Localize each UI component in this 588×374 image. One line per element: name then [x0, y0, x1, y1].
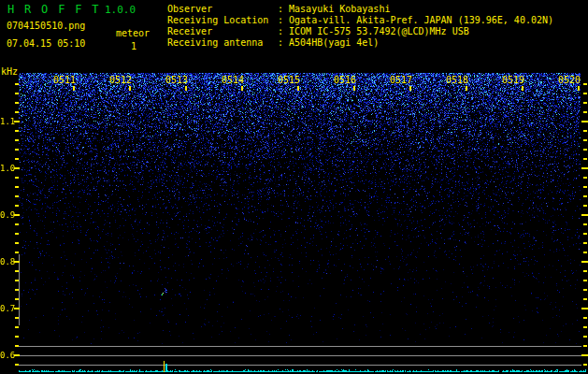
freq-minor-tick: [15, 177, 19, 179]
freq-minor-tick: [15, 289, 19, 291]
freq-minor-tick-right: [583, 233, 587, 235]
freq-minor-tick: [15, 111, 19, 113]
hrofft-output-window: H R O F F T 1.0.0 0704150510.png meteor …: [0, 0, 588, 374]
freq-major-tick-right: [581, 308, 588, 309]
station-value: Ogata-vill. Akita-Pref. JAPAN (139.96E, …: [289, 15, 553, 25]
station-info-row: Observer: Masayuki Kobayashi: [167, 4, 553, 15]
freq-minor-tick-right: [583, 364, 587, 366]
freq-minor-tick: [15, 270, 19, 272]
freq-tick-label: 1.1: [0, 117, 15, 126]
freq-minor-tick-right: [583, 270, 587, 272]
station-label: Receiving Location: [167, 15, 278, 26]
freq-minor-tick-right: [583, 336, 587, 338]
time-tick: [466, 86, 467, 91]
time-tick-label: 0517: [390, 75, 412, 85]
freq-minor-tick-right: [583, 223, 587, 225]
station-info-row: Receiving antenna: A504HB(yagi 4el): [167, 37, 553, 49]
station-info-row: Receiver: ICOM IC-575 53.7492(@LCD)MHz U…: [167, 26, 553, 37]
freq-minor-tick: [15, 223, 19, 225]
freq-minor-tick-right: [583, 242, 587, 244]
time-tick-label: 0518: [446, 75, 468, 85]
freq-minor-tick: [15, 158, 19, 160]
freq-tick-label: 1.0: [0, 164, 15, 173]
station-info-row: Receiving Location: Ogata-vill. Akita-Pr…: [167, 15, 553, 26]
freq-minor-tick-right: [583, 93, 587, 94]
time-tick: [185, 86, 187, 91]
freq-minor-tick-right: [583, 149, 587, 151]
freq-minor-tick-right: [583, 205, 587, 207]
freq-minor-tick: [15, 233, 19, 235]
time-tick: [297, 86, 299, 91]
freq-minor-tick-right: [583, 326, 587, 328]
freq-minor-tick-right: [583, 102, 587, 104]
freq-unit-label: kHz: [1, 66, 18, 77]
time-tick: [578, 86, 580, 91]
station-value: Masayuki Kobayashi: [289, 4, 390, 14]
freq-minor-tick-right: [583, 317, 587, 319]
freq-major-tick-right: [581, 214, 588, 216]
time-tick-label: 0520: [558, 75, 581, 85]
freq-tick-label: 0.7: [0, 304, 15, 313]
freq-minor-tick-right: [583, 195, 587, 197]
time-tick-label: 0511: [53, 75, 76, 85]
freq-minor-tick: [15, 130, 19, 132]
freq-minor-tick-right: [583, 177, 587, 179]
freq-minor-tick-right: [583, 280, 587, 281]
time-tick: [129, 86, 131, 91]
freq-minor-tick-right: [583, 345, 587, 347]
freq-minor-tick: [15, 205, 19, 207]
freq-tick-label: 0.9: [0, 210, 15, 220]
freq-minor-tick: [15, 102, 19, 104]
freq-minor-tick: [15, 317, 19, 319]
freq-minor-tick: [15, 298, 19, 300]
time-tick-label: 0512: [109, 75, 132, 85]
station-label: Observer: [167, 4, 278, 15]
freq-minor-tick: [15, 93, 19, 94]
freq-minor-tick-right: [583, 130, 587, 132]
freq-minor-tick: [15, 364, 19, 366]
station-label: Receiver: [167, 26, 278, 37]
observation-datetime: 07.04.15 05:10: [7, 38, 85, 49]
spectrogram-canvas: [19, 73, 588, 374]
time-tick: [73, 86, 75, 91]
freq-minor-tick-right: [583, 139, 587, 141]
freq-major-tick-right: [581, 167, 588, 169]
freq-major-tick-right: [581, 354, 588, 356]
freq-tick-label: 0.6: [0, 351, 15, 360]
freq-minor-tick: [15, 195, 19, 197]
station-label: Receiving antenna: [167, 37, 278, 49]
freq-minor-tick: [15, 242, 19, 244]
freq-minor-tick-right: [583, 252, 587, 253]
freq-minor-tick: [15, 83, 19, 85]
freq-tick-label: 0.8: [0, 257, 15, 266]
station-value: A504HB(yagi 4el): [289, 37, 379, 48]
freq-minor-tick: [15, 186, 19, 188]
observation-mode-label: meteor: [116, 28, 150, 38]
freq-minor-tick: [15, 280, 19, 281]
freq-minor-tick-right: [583, 158, 587, 160]
time-tick-label: 0516: [334, 75, 356, 85]
freq-major-tick-right: [581, 261, 588, 263]
freq-minor-tick-right: [583, 186, 587, 188]
station-info-table: Observer: Masayuki KobayashiReceiving Lo…: [167, 4, 553, 49]
freq-minor-tick-right: [583, 298, 587, 300]
app-title: H R O F F T: [7, 3, 100, 16]
freq-minor-tick-right: [583, 289, 587, 291]
app-version: 1.0.0: [105, 4, 136, 16]
time-tick-label: 0513: [165, 75, 188, 85]
station-value: ICOM IC-575 53.7492(@LCD)MHz USB: [289, 26, 469, 36]
time-tick: [353, 86, 355, 91]
freq-minor-tick: [15, 345, 19, 347]
output-filename: 0704150510.png: [7, 21, 85, 31]
freq-minor-tick: [15, 326, 19, 328]
freq-minor-tick-right: [583, 83, 587, 85]
time-tick-label: 0519: [502, 75, 524, 85]
freq-minor-tick-right: [583, 111, 587, 113]
freq-minor-tick: [15, 336, 19, 338]
time-tick-label: 0515: [278, 75, 300, 85]
time-tick-label: 0514: [222, 75, 244, 85]
freq-minor-tick: [15, 252, 19, 253]
time-tick: [409, 86, 411, 91]
freq-major-tick-right: [581, 121, 588, 122]
freq-minor-tick: [15, 149, 19, 151]
